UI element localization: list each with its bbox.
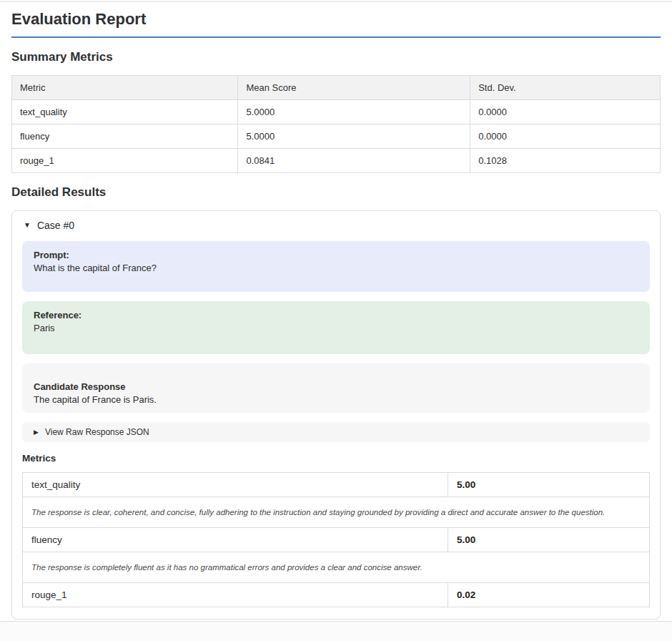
case-metrics-heading: Metrics xyxy=(22,453,650,464)
case-0-body: Prompt: What is the capital of France? R… xyxy=(12,240,660,619)
prompt-box: Prompt: What is the capital of France? xyxy=(22,241,650,292)
metric-score: 5.00 xyxy=(448,528,650,552)
reference-text: Paris xyxy=(34,322,638,335)
summary-table-header-row: Metric Mean Score Std. Dev. xyxy=(12,76,661,100)
report-page: Evaluation Report Summary Metrics Metric… xyxy=(0,10,672,641)
summary-header-metric: Metric xyxy=(12,76,238,100)
table-row: fluency 5.0000 0.0000 xyxy=(12,124,661,149)
table-row: text_quality 5.0000 0.0000 xyxy=(12,100,661,124)
reference-box: Reference: Paris xyxy=(22,301,650,354)
summary-mean-score: 0.0841 xyxy=(238,149,470,173)
candidate-response-box: Candidate Response The capital of France… xyxy=(22,363,650,413)
summary-metrics-heading: Summary Metrics xyxy=(11,50,661,64)
metric-explanation: The response is clear, coherent, and con… xyxy=(23,497,650,528)
reference-label: Reference: xyxy=(34,309,638,322)
case-metrics-table: text_quality 5.00 The response is clear,… xyxy=(22,472,650,607)
summary-header-std-dev: Std. Dev. xyxy=(470,76,661,100)
page-title: Evaluation Report xyxy=(11,10,661,38)
summary-metrics-table: Metric Mean Score Std. Dev. text_quality… xyxy=(11,75,661,173)
summary-metric-name: text_quality xyxy=(12,100,238,124)
metric-score: 5.00 xyxy=(448,473,650,497)
chevron-down-icon: ▼ xyxy=(24,222,31,229)
view-raw-response-json-label: View Raw Response JSON xyxy=(45,427,149,437)
table-row: fluency 5.00 xyxy=(23,528,650,552)
metric-explanation: The response is completely fluent as it … xyxy=(23,552,650,583)
page-end-strip xyxy=(0,621,672,641)
case-0-label: Case #0 xyxy=(37,220,74,231)
table-row: rouge_1 0.02 xyxy=(23,583,650,607)
candidate-response-text: The capital of France is Paris. xyxy=(34,393,638,406)
prompt-label: Prompt: xyxy=(34,249,638,262)
summary-metric-name: fluency xyxy=(12,124,238,149)
summary-header-mean-score: Mean Score xyxy=(238,76,470,100)
table-row: text_quality 5.00 xyxy=(23,473,650,497)
metric-score: 0.02 xyxy=(448,583,650,607)
metric-name: rouge_1 xyxy=(23,583,448,607)
metric-name: text_quality xyxy=(23,473,448,497)
detailed-results-heading: Detailed Results xyxy=(11,185,661,200)
table-row: The response is completely fluent as it … xyxy=(23,552,650,583)
metric-name: fluency xyxy=(23,528,448,552)
chevron-right-icon: ▶ xyxy=(34,429,39,436)
summary-std-dev: 0.0000 xyxy=(470,100,661,124)
page-top-divider xyxy=(0,1,672,2)
summary-std-dev: 0.1028 xyxy=(470,149,661,173)
prompt-text: What is the capital of France? xyxy=(34,262,638,275)
table-row: rouge_1 0.0841 0.1028 xyxy=(12,149,661,173)
summary-mean-score: 5.0000 xyxy=(238,100,470,124)
case-0-toggle[interactable]: ▼ Case #0 xyxy=(12,211,660,240)
view-raw-response-json-toggle[interactable]: ▶ View Raw Response JSON xyxy=(22,422,650,442)
summary-metric-name: rouge_1 xyxy=(12,149,238,173)
summary-mean-score: 5.0000 xyxy=(238,124,470,149)
candidate-response-label: Candidate Response xyxy=(34,381,638,393)
case-card-0: ▼ Case #0 Prompt: What is the capital of… xyxy=(11,210,661,620)
summary-std-dev: 0.0000 xyxy=(470,124,661,149)
table-row: The response is clear, coherent, and con… xyxy=(23,497,650,528)
